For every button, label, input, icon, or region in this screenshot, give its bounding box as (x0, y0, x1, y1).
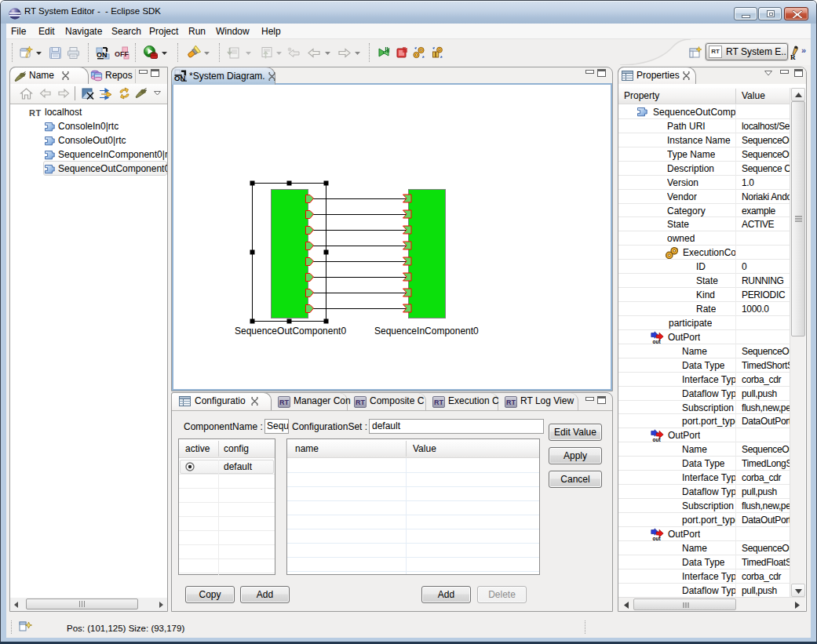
svg-text:ON: ON (174, 74, 185, 82)
svg-text:R: R (790, 53, 796, 60)
svg-text:SequenceOutComponent0: SequenceOutComponent0 (235, 326, 346, 337)
svg-text:SequenceInComponent0: SequenceInComponent0 (374, 326, 479, 337)
svg-text:OFF: OFF (115, 50, 129, 58)
svg-text:ON: ON (97, 51, 108, 59)
